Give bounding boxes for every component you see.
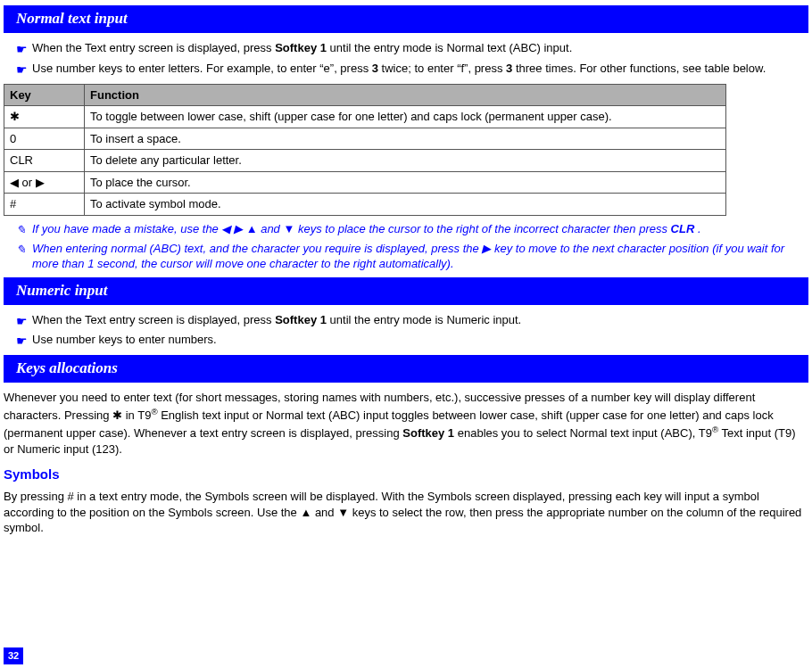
hand-icon: ☛ <box>16 313 32 330</box>
text: 3 <box>372 62 378 75</box>
bullet-item: ☛ Use number keys to enter letters. For … <box>16 61 808 78</box>
page-number: 32 <box>4 647 23 664</box>
keys-paragraph: Whenever you need to enter text (for sho… <box>4 390 808 457</box>
notes-block: ✎ If you have made a mistake, use the ◀ … <box>4 221 808 272</box>
text: Softkey 1 <box>402 426 454 440</box>
note-text: If you have made a mistake, use the ◀ ▶ … <box>32 221 808 237</box>
note-icon: ✎ <box>16 222 32 238</box>
note-text: When entering normal (ABC) text, and the… <box>32 241 808 272</box>
text: until the entry mode is Normal text (ABC… <box>327 41 572 54</box>
table-header-row: Key Function <box>4 84 726 106</box>
table-row: ✱To toggle between lower case, shift (up… <box>4 106 726 128</box>
cell-function: To activate symbol mode. <box>85 194 726 216</box>
bullet-text: Use number keys to enter letters. For ex… <box>32 61 808 77</box>
section-header-keys: Keys allocations <box>4 355 808 383</box>
section-header-normal: Normal text input <box>4 5 808 33</box>
bullet-item: ☛ When the Text entry screen is displaye… <box>16 40 808 58</box>
symbols-heading: Symbols <box>4 466 808 483</box>
cell-function: To place the cursor. <box>85 171 726 194</box>
cell-key: ✱ <box>4 106 85 128</box>
bullet-text: When the Text entry screen is displayed,… <box>32 312 808 328</box>
bullet-item: ☛ Use number keys to enter numbers. <box>16 332 808 350</box>
cell-function: To toggle between lower case, shift (upp… <box>85 106 726 128</box>
cell-key: 0 <box>4 128 85 150</box>
hand-icon: ☛ <box>16 333 32 350</box>
text: enables you to select Normal text input … <box>454 426 712 440</box>
text: When the Text entry screen is displayed,… <box>32 41 275 54</box>
text: When entering normal (ABC) text, and the… <box>32 242 784 271</box>
text: twice; to enter “f”, press <box>378 62 506 75</box>
col-function: Function <box>85 84 726 106</box>
text: Softkey 1 <box>275 41 327 54</box>
bullet-item: ☛ When the Text entry screen is displaye… <box>16 312 808 330</box>
symbols-paragraph: By pressing # in a text entry mode, the … <box>4 489 808 536</box>
text: Softkey 1 <box>275 313 327 326</box>
table-row: ◀ or ▶To place the cursor. <box>4 171 726 194</box>
note-item: ✎ When entering normal (ABC) text, and t… <box>16 241 808 272</box>
text: When the Text entry screen is displayed,… <box>32 313 275 326</box>
text: . <box>694 222 700 235</box>
cell-key: ◀ or ▶ <box>4 171 85 194</box>
reg-mark: ® <box>712 425 718 434</box>
bullet-text: Use number keys to enter numbers. <box>32 332 808 348</box>
reg-mark: ® <box>151 407 157 416</box>
bullet-text: When the Text entry screen is displayed,… <box>32 40 808 56</box>
cell-key: CLR <box>4 150 85 172</box>
hand-icon: ☛ <box>16 41 32 58</box>
hand-icon: ☛ <box>16 62 32 78</box>
table-row: #To activate symbol mode. <box>4 194 726 216</box>
text: Use number keys to enter numbers. <box>32 333 217 346</box>
note-icon: ✎ <box>16 242 32 258</box>
normal-bullets: ☛ When the Text entry screen is displaye… <box>4 40 808 78</box>
cell-function: To delete any particular letter. <box>85 150 726 172</box>
text: If you have made a mistake, use the ◀ ▶ … <box>32 222 671 235</box>
col-key: Key <box>4 84 85 106</box>
text: CLR <box>671 222 695 235</box>
text: three times. For other functions, see ta… <box>512 62 766 75</box>
key-function-table: Key Function ✱To toggle between lower ca… <box>4 84 726 216</box>
text: until the entry mode is Numeric input. <box>327 313 521 326</box>
numeric-bullets: ☛ When the Text entry screen is displaye… <box>4 312 808 350</box>
table-row: CLRTo delete any particular letter. <box>4 150 726 172</box>
table-row: 0To insert a space. <box>4 128 726 150</box>
cell-key: # <box>4 194 85 216</box>
section-header-numeric: Numeric input <box>4 277 808 305</box>
text: Use number keys to enter letters. For ex… <box>32 62 372 75</box>
note-item: ✎ If you have made a mistake, use the ◀ … <box>16 221 808 238</box>
cell-function: To insert a space. <box>85 128 726 150</box>
